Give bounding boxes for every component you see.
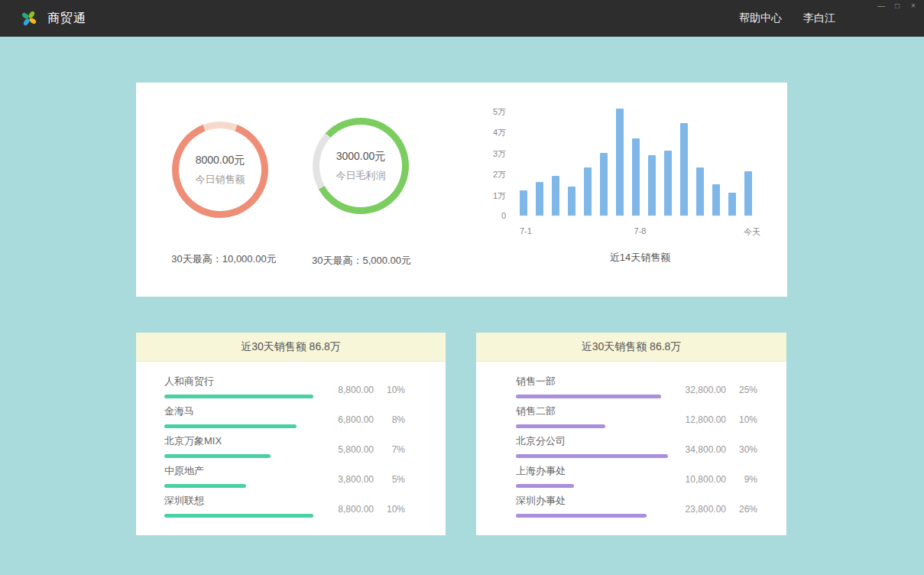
department-sales-rank-card: 近30天销售额 86.8万 销售一部32,800.0025%销售二部12,800… (476, 333, 786, 535)
sales-bar (680, 123, 688, 216)
sales-bar (728, 193, 736, 216)
rank-row-percent: 10% (384, 504, 405, 515)
rank-row-stats: 23,800.0026% (686, 504, 757, 515)
rank-row-value: 3,800.00 (338, 474, 374, 485)
rank-row-stats: 5,800.007% (338, 444, 405, 455)
today-sales-donut: 8000.00元 今日销售额 (172, 122, 268, 218)
rank-row-percent: 10% (384, 385, 405, 395)
department-rank-title: 近30天销售额 86.8万 (476, 333, 786, 362)
department-rank-list: 销售一部32,800.0025%销售二部12,800.0010%北京分公司34,… (476, 362, 786, 524)
sales-bar (584, 167, 592, 216)
y-tick-label: 3万 (493, 148, 506, 160)
rank-row-bar (516, 484, 574, 488)
rank-row-bar (164, 454, 271, 458)
rank-row: 北京分公司34,800.0030% (516, 434, 757, 464)
rank-row-percent: 25% (736, 385, 757, 395)
app-logo-icon (20, 9, 38, 28)
username-link[interactable]: 李白江 (803, 11, 835, 25)
rank-row-value: 32,800.00 (686, 385, 726, 395)
sales-bar (568, 187, 575, 216)
rank-row-bar (164, 484, 246, 488)
bar-chart-xaxis: 7-1 7-8 今天 (520, 226, 760, 237)
customer-sales-rank-card: 近30天销售额 86.8万 人和商贸行8,800.0010%金海马6,800.0… (136, 333, 446, 535)
sales-bar (664, 151, 672, 216)
today-profit-value: 3000.00元 (336, 150, 386, 164)
rank-row-stats: 3,800.005% (338, 474, 405, 485)
today-profit-donut: 3000.00元 今日毛利润 (313, 118, 409, 214)
today-sales-label: 今日销售额 (196, 173, 245, 187)
rank-row-bar (164, 424, 297, 428)
sales-bar (696, 167, 704, 216)
maximize-icon[interactable]: □ (893, 2, 902, 11)
y-tick-label: 4万 (493, 127, 506, 138)
sales-bar (744, 171, 752, 216)
rank-row-percent: 5% (384, 474, 405, 485)
rank-row-stats: 10,800.009% (686, 474, 757, 485)
rank-row: 上海办事处10,800.009% (516, 464, 757, 494)
rank-row-bar (516, 395, 661, 398)
y-tick-label: 1万 (493, 190, 506, 202)
bar-chart-yaxis: 5万4万3万2万1万0 (478, 111, 506, 216)
rank-row: 深圳办事处23,800.0026% (516, 494, 757, 524)
rank-row-percent: 30% (736, 444, 757, 455)
y-tick-label: 0 (501, 211, 506, 220)
rank-row: 金海马6,800.008% (164, 404, 405, 434)
rank-row-stats: 8,800.0010% (338, 504, 405, 515)
titlebar-right: 帮助中心 李白江 (739, 11, 835, 25)
x-tick-mid: 7-8 (634, 226, 647, 236)
rank-row-bar (516, 424, 605, 428)
sales-bar (600, 153, 608, 216)
rank-row-stats: 34,800.0030% (686, 444, 757, 455)
minimize-icon[interactable]: — (877, 2, 886, 11)
sales-bar (712, 184, 720, 216)
bar-chart-title: 近14天销售额 (520, 251, 760, 265)
rank-row-bar (516, 514, 647, 518)
app-window: 商贸通 帮助中心 李白江 — □ × 8000.00元 今日销售额 3000.0… (0, 0, 924, 575)
rank-row-percent: 9% (736, 474, 757, 485)
sales-bar (632, 138, 640, 216)
rank-row-value: 34,800.00 (686, 444, 726, 455)
rank-row-stats: 32,800.0025% (686, 385, 757, 395)
sales-bar (536, 182, 543, 216)
donut-center: 8000.00元 今日销售额 (172, 122, 268, 218)
overview-card: 8000.00元 今日销售额 3000.00元 今日毛利润 30天最高：10,0… (136, 83, 787, 297)
rank-row-percent: 8% (384, 414, 405, 425)
rank-row: 人和商贸行8,800.0010% (164, 375, 405, 404)
rank-row-value: 10,800.00 (686, 474, 726, 485)
rank-row: 深圳联想8,800.0010% (164, 494, 405, 524)
bar-chart-plot (520, 111, 760, 216)
sales-bar (520, 190, 527, 216)
help-center-link[interactable]: 帮助中心 (739, 11, 782, 25)
sales-bar (648, 155, 656, 216)
rank-row-stats: 8,800.0010% (338, 385, 405, 395)
rank-row-value: 8,800.00 (338, 504, 374, 515)
rank-row-bar (164, 395, 313, 398)
window-controls: — □ × (877, 2, 918, 11)
close-icon[interactable]: × (909, 2, 918, 11)
rank-row-percent: 7% (384, 444, 405, 455)
profit-30day-max: 30天最高：5,000.00元 (274, 254, 449, 268)
rank-row: 销售二部12,800.0010% (516, 404, 757, 434)
rank-row-stats: 6,800.008% (338, 414, 405, 425)
rank-row-value: 8,800.00 (338, 385, 374, 395)
rank-row-bar (164, 514, 313, 518)
rank-row-value: 6,800.00 (338, 414, 374, 425)
rank-row: 销售一部32,800.0025% (516, 375, 757, 404)
rank-row: 北京万象MIX5,800.007% (164, 434, 405, 464)
rank-row-percent: 10% (736, 414, 757, 425)
customer-rank-title: 近30天销售额 86.8万 (136, 333, 446, 362)
today-sales-value: 8000.00元 (196, 154, 245, 167)
rank-row-value: 23,800.00 (686, 504, 726, 515)
titlebar: 商贸通 帮助中心 李白江 — □ × (0, 0, 924, 37)
x-tick-last: 今天 (744, 226, 760, 238)
customer-rank-list: 人和商贸行8,800.0010%金海马6,800.008%北京万象MIX5,80… (136, 362, 446, 524)
today-profit-label: 今日毛利润 (336, 169, 386, 183)
y-tick-label: 5万 (493, 106, 506, 118)
sales-bar (616, 109, 624, 216)
rank-row-value: 5,800.00 (338, 444, 374, 455)
rank-row-stats: 12,800.0010% (686, 414, 757, 425)
y-tick-label: 2万 (493, 169, 506, 180)
rank-row-bar (516, 454, 668, 458)
rank-row-value: 12,800.00 (686, 414, 726, 425)
x-tick-first: 7-1 (520, 226, 532, 236)
